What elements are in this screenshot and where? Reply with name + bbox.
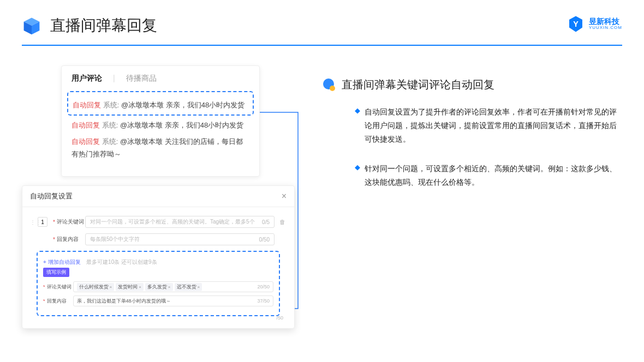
tag-remove-icon[interactable]: × <box>139 285 141 289</box>
auto-reply-tag: 自动回复 <box>73 101 101 109</box>
ex-content-count: 37/50 <box>257 298 270 304</box>
cube-icon <box>22 16 41 35</box>
bullet-item: ◆ 自动回复设置为了提升作者的评论回复效率，作者可在开播前针对常见的评论用户问题… <box>355 105 622 147</box>
diamond-icon: ◆ <box>355 105 360 147</box>
comment-tabs: 用户评论 | 待播商品 <box>71 74 249 83</box>
bubble-icon <box>322 78 336 92</box>
bullet-text: 自动回复设置为了提升作者的评论回复效率，作者可在开播前针对常见的评论用户问题，提… <box>365 105 622 147</box>
content-label: 回复内容 <box>57 236 85 243</box>
example-keyword-row: * 评论关键词 什么时候发货×发货时间×多久发货×迟不发货× 20/50 <box>43 281 273 292</box>
required-star: * <box>43 298 45 304</box>
section-heading: 直播间弹幕关键词评论自动回复 <box>322 77 622 92</box>
tag-remove-icon[interactable]: × <box>198 285 200 289</box>
keyword-label: 评论关键词 <box>57 218 85 226</box>
page-title: 直播间弹幕回复 <box>50 15 157 36</box>
ex-keyword-count: 20/50 <box>257 284 270 289</box>
tag-chip[interactable]: 发货时间× <box>116 283 144 291</box>
tab-user-comments[interactable]: 用户评论 <box>71 74 102 83</box>
highlighted-comment: 自动回复 系统: @冰墩墩本墩 亲亲，我们48小时内发货 <box>67 91 254 116</box>
system-label: 系统: <box>103 101 120 109</box>
close-icon[interactable]: × <box>282 191 287 201</box>
keyword-input[interactable]: 对同一个问题，可设置多个相近、高频的关键词。Tag确定，最多5个 0/5 <box>85 216 275 228</box>
content-row: * 回复内容 每条限50个中文字符 0/50 <box>30 233 287 245</box>
ex-content-text: 亲，我们这边都是下单48小时内发货的哦～ <box>77 298 171 305</box>
add-hint: 最多可建10条 还可以创建9条 <box>86 259 157 265</box>
ex-content-label: 回复内容 <box>47 298 73 305</box>
comment-row: 自动回复 系统: @冰墩墩本墩 亲亲，我们48小时内发货 <box>73 99 248 111</box>
tag-remove-icon[interactable]: × <box>168 285 171 289</box>
svg-point-5 <box>330 86 335 91</box>
svg-text:Y: Y <box>573 20 579 28</box>
example-badge: 填写示例 <box>43 268 69 277</box>
system-label: 系统: <box>102 121 118 129</box>
brand-name: 昱新科技 <box>589 17 622 26</box>
example-content-row: * 回复内容 亲，我们这边都是下单48小时内发货的哦～ 37/50 <box>43 295 273 306</box>
example-block: + 增加自动回复 最多可建10条 还可以创建9条 填写示例 * 评论关键词 什么… <box>37 251 280 316</box>
main-content: 用户评论 | 待播商品 自动回复 系统: @冰墩墩本墩 亲亲，我们48小时内发货… <box>0 46 644 327</box>
settings-title: 自动回复设置 <box>30 191 73 201</box>
tab-pending-goods[interactable]: 待播商品 <box>126 74 157 83</box>
comment-row: 自动回复 系统: @冰墩墩本墩 关注我们的店铺，每日都有热门推荐呦～ <box>71 135 249 161</box>
keyword-row: ⋮⋮ 1 * 评论关键词 对同一个问题，可设置多个相近、高频的关键词。Tag确定… <box>30 216 287 228</box>
keyword-placeholder: 对同一个问题，可设置多个相近、高频的关键词。Tag确定，最多5个 <box>90 218 255 226</box>
row-index: 1 <box>38 217 47 227</box>
ex-keyword-label: 评论关键词 <box>47 283 73 291</box>
settings-title-bar: 自动回复设置 × <box>22 186 294 207</box>
left-panel: 用户评论 | 待播商品 自动回复 系统: @冰墩墩本墩 亲亲，我们48小时内发货… <box>22 65 300 327</box>
comment-row: 自动回复 系统: @冰墩墩本墩 亲亲，我们48小时内发货 <box>71 119 249 131</box>
brand-sub: YUUXIN.COM <box>589 26 622 31</box>
keyword-count: 0/5 <box>262 219 270 225</box>
content-placeholder: 每条限50个中文字符 <box>90 236 140 243</box>
section-title: 直播间弹幕关键词评论自动回复 <box>342 77 494 92</box>
ex-keyword-input[interactable]: 什么时候发货×发货时间×多久发货×迟不发货× 20/50 <box>73 281 273 292</box>
brand-logo-icon: Y <box>567 15 585 33</box>
required-star: * <box>43 284 45 289</box>
bullet-text: 针对同一个问题，可设置多个相近的、高频的关键词。例如：这款多少钱、这块能优惠吗、… <box>365 162 622 189</box>
tag-chip[interactable]: 迟不发货× <box>175 283 202 291</box>
settings-card: 自动回复设置 × ⋮⋮ 1 * 评论关键词 对同一个问题，可设置多个相近、高频的… <box>22 185 295 329</box>
ex-tags-container: 什么时候发货×发货时间×多久发货×迟不发货× <box>77 283 204 291</box>
content-count: 0/50 <box>259 237 270 243</box>
comment-text: @冰墩墩本墩 亲亲，我们48小时内发货 <box>121 101 245 109</box>
diamond-icon: ◆ <box>355 162 360 189</box>
comment-card: 用户评论 | 待播商品 自动回复 系统: @冰墩墩本墩 亲亲，我们48小时内发货… <box>61 65 260 177</box>
content-input[interactable]: 每条限50个中文字符 0/50 <box>85 233 275 245</box>
page-header: 直播间弹幕回复 <box>0 0 644 36</box>
required-star: * <box>53 219 55 225</box>
tag-chip[interactable]: 多久发货× <box>145 283 173 291</box>
auto-reply-tag: 自动回复 <box>71 137 100 146</box>
comment-text: @冰墩墩本墩 亲亲，我们48小时内发货 <box>120 121 243 129</box>
brand-block: Y 昱新科技 YUUXIN.COM <box>567 15 622 33</box>
tag-remove-icon[interactable]: × <box>110 285 112 289</box>
bullet-item: ◆ 针对同一个问题，可设置多个相近的、高频的关键词。例如：这款多少钱、这块能优惠… <box>355 162 622 189</box>
ex-content-input[interactable]: 亲，我们这边都是下单48小时内发货的哦～ 37/50 <box>73 295 273 306</box>
trash-icon[interactable]: 🗑 <box>278 219 287 225</box>
bullet-list: ◆ 自动回复设置为了提升作者的评论回复效率，作者可在开播前针对常见的评论用户问题… <box>322 105 622 189</box>
outside-count: /50 <box>276 315 283 321</box>
add-auto-reply-link[interactable]: + 增加自动回复 <box>43 259 81 265</box>
right-panel: 直播间弹幕关键词评论自动回复 ◆ 自动回复设置为了提升作者的评论回复效率，作者可… <box>322 65 622 327</box>
drag-handle-icon[interactable]: ⋮⋮ <box>30 219 35 225</box>
auto-reply-tag: 自动回复 <box>71 121 100 129</box>
system-label: 系统: <box>102 137 118 146</box>
required-star: * <box>53 237 55 243</box>
tag-chip[interactable]: 什么时候发货× <box>77 283 115 291</box>
